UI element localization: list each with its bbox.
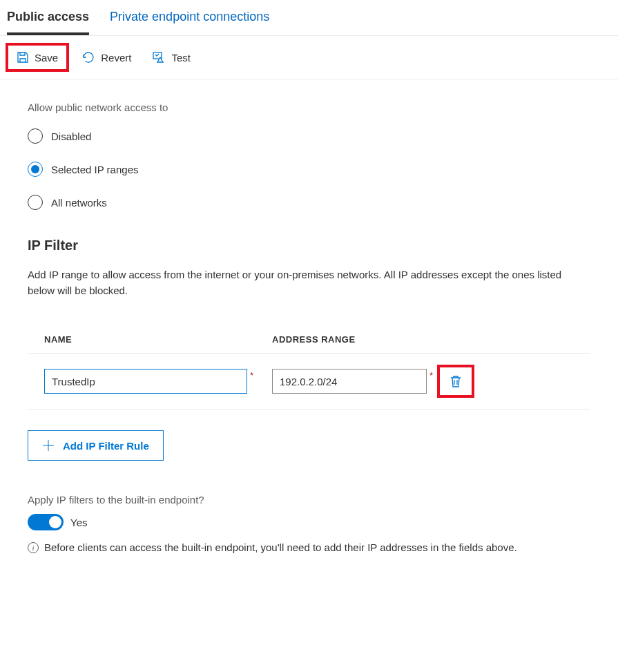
table-header: NAME ADDRESS RANGE	[28, 326, 590, 354]
network-radio-group: Disabled Selected IP ranges All networks	[28, 128, 590, 210]
name-input[interactable]	[44, 369, 247, 394]
info-text: Before clients can access the built-in e…	[44, 540, 517, 556]
ip-filter-table: NAME ADDRESS RANGE * *	[28, 326, 590, 410]
info-icon: i	[28, 542, 39, 553]
apply-filters-label: Apply IP filters to the built-in endpoin…	[28, 494, 590, 506]
test-icon	[152, 50, 166, 64]
apply-toggle[interactable]	[28, 514, 64, 530]
radio-label: Disabled	[51, 131, 91, 142]
range-cell: *	[272, 369, 433, 394]
radio-all-networks[interactable]: All networks	[28, 195, 590, 210]
content: Allow public network access to Disabled …	[0, 79, 618, 570]
tab-private-endpoints[interactable]: Private endpoint connections	[110, 0, 269, 35]
radio-label: All networks	[51, 197, 107, 209]
tab-public-access[interactable]: Public access	[7, 0, 89, 35]
add-ip-filter-button[interactable]: Add IP Filter Rule	[28, 430, 164, 461]
revert-button[interactable]: Revert	[73, 45, 139, 70]
radio-selected-ip[interactable]: Selected IP ranges	[28, 162, 590, 177]
col-name: NAME	[44, 334, 272, 345]
toggle-row: Yes	[28, 514, 590, 530]
add-label: Add IP Filter Rule	[63, 440, 149, 452]
range-input[interactable]	[272, 369, 427, 394]
col-range: ADDRESS RANGE	[272, 334, 590, 345]
trash-icon	[450, 374, 462, 388]
radio-icon	[28, 128, 43, 144]
delete-button[interactable]	[450, 374, 462, 388]
radio-disabled[interactable]: Disabled	[28, 128, 590, 144]
toggle-value: Yes	[70, 517, 87, 528]
save-button[interactable]: Save	[8, 46, 66, 69]
ip-filter-description: Add IP range to allow access from the in…	[28, 267, 590, 298]
radio-icon	[28, 162, 43, 177]
required-marker: *	[429, 370, 433, 381]
save-highlight: Save	[6, 43, 69, 72]
radio-icon	[28, 195, 43, 210]
save-label: Save	[35, 52, 58, 64]
toolbar: Save Revert Test	[0, 36, 618, 79]
name-cell: *	[44, 369, 272, 394]
test-label: Test	[171, 52, 191, 64]
plus-icon	[42, 439, 55, 452]
revert-icon	[81, 50, 95, 64]
network-access-label: Allow public network access to	[28, 102, 590, 113]
tabs: Public access Private endpoint connectio…	[0, 0, 618, 36]
save-icon	[17, 51, 29, 64]
info-row: i Before clients can access the built-in…	[28, 540, 590, 556]
radio-label: Selected IP ranges	[51, 164, 138, 175]
test-button[interactable]: Test	[144, 45, 199, 70]
required-marker: *	[250, 370, 253, 381]
delete-highlight	[437, 365, 474, 398]
table-row: * *	[28, 354, 590, 410]
revert-label: Revert	[101, 52, 131, 64]
ip-filter-heading: IP Filter	[28, 238, 590, 253]
